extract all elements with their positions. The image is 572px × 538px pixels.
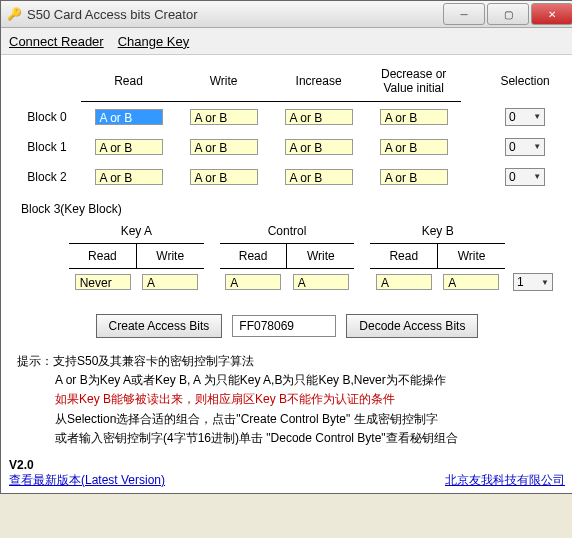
create-access-bits-button[interactable]: Create Access Bits	[96, 314, 223, 338]
table-row: Block 2 A or B A or B A or B A or B 0▼	[13, 162, 561, 192]
ctrl-read-h: Read	[220, 243, 287, 268]
block0-label: Block 0	[13, 102, 81, 132]
keya-write[interactable]: A	[142, 274, 198, 290]
keyb-write[interactable]: A	[443, 274, 499, 290]
chevron-down-icon: ▼	[541, 278, 549, 287]
block1-label: Block 1	[13, 132, 81, 162]
block3-table: Key A Control Key B Read Write Read Writ…	[13, 219, 561, 297]
info-line: A or B为Key A或者Key B, A 为只能Key A,B为只能Key …	[17, 371, 557, 390]
keya-read-h: Read	[69, 243, 136, 268]
close-button[interactable]: ✕	[531, 3, 572, 25]
block1-read[interactable]: A or B	[95, 139, 163, 155]
block0-increase[interactable]: A or B	[285, 109, 353, 125]
block2-write[interactable]: A or B	[190, 169, 258, 185]
col-decrease: Decrease or Value initial	[366, 61, 461, 102]
block2-read[interactable]: A or B	[95, 169, 163, 185]
block0-decrease[interactable]: A or B	[380, 109, 448, 125]
block1-write[interactable]: A or B	[190, 139, 258, 155]
block1-increase[interactable]: A or B	[285, 139, 353, 155]
block1-selection[interactable]: 0▼	[505, 138, 545, 156]
group-control: Control	[220, 219, 355, 244]
group-keyb: Key B	[370, 219, 505, 244]
minimize-button[interactable]: ─	[443, 3, 485, 25]
decode-access-bits-button[interactable]: Decode Access Bits	[346, 314, 478, 338]
chevron-down-icon: ▼	[533, 112, 541, 121]
block3-selection[interactable]: 1▼	[513, 273, 553, 291]
table-row: Block 0 A or B A or B A or B A or B 0▼	[13, 102, 561, 132]
block0-write[interactable]: A or B	[190, 109, 258, 125]
info-line-warning: 如果Key B能够被读出来，则相应扇区Key B不能作为认证的条件	[17, 390, 557, 409]
block2-increase[interactable]: A or B	[285, 169, 353, 185]
info-text: 提示：支持S50及其兼容卡的密钥控制字算法 A or B为Key A或者Key …	[13, 352, 561, 448]
col-write: Write	[176, 61, 271, 102]
keyb-write-h: Write	[438, 243, 505, 268]
chevron-down-icon: ▼	[533, 172, 541, 181]
col-read: Read	[81, 61, 176, 102]
info-line: 或者输入密钥控制字(4字节16进制)单击 "Decode Control Byt…	[17, 429, 557, 448]
block1-decrease[interactable]: A or B	[380, 139, 448, 155]
keya-read[interactable]: Never	[75, 274, 131, 290]
access-bits-field[interactable]: FF078069	[232, 315, 336, 337]
app-window: 🔑 S50 Card Access bits Creator ─ ▢ ✕ Con…	[0, 0, 572, 494]
title-bar: 🔑 S50 Card Access bits Creator ─ ▢ ✕	[1, 1, 572, 28]
group-keya: Key A	[69, 219, 204, 244]
access-table: Read Write Increase Decrease or Value in…	[13, 61, 561, 192]
ctrl-read[interactable]: A	[225, 274, 281, 290]
chevron-down-icon: ▼	[533, 142, 541, 151]
menu-connect-reader[interactable]: Connect Reader	[9, 34, 104, 49]
keyb-read-h: Read	[370, 243, 437, 268]
footer: V2.0 查看最新版本(Latest Version) 北京友我科技有限公司	[1, 456, 572, 493]
company-link[interactable]: 北京友我科技有限公司	[445, 472, 565, 489]
menu-bar: Connect Reader Change Key	[1, 28, 572, 55]
block2-selection[interactable]: 0▼	[505, 168, 545, 186]
col-increase: Increase	[271, 61, 366, 102]
block2-label: Block 2	[13, 162, 81, 192]
app-key-icon: 🔑	[7, 7, 21, 21]
version-label: V2.0	[9, 458, 165, 472]
keyb-read[interactable]: A	[376, 274, 432, 290]
table-row: Block 1 A or B A or B A or B A or B 0▼	[13, 132, 561, 162]
block3-heading: Block 3(Key Block)	[21, 202, 561, 216]
block0-selection[interactable]: 0▼	[505, 108, 545, 126]
block2-decrease[interactable]: A or B	[380, 169, 448, 185]
ctrl-write[interactable]: A	[293, 274, 349, 290]
window-title: S50 Card Access bits Creator	[27, 7, 441, 22]
keya-write-h: Write	[136, 243, 203, 268]
col-selection: Selection	[489, 61, 561, 102]
maximize-button[interactable]: ▢	[487, 3, 529, 25]
block0-read[interactable]: A or B	[95, 109, 163, 125]
menu-change-key[interactable]: Change Key	[118, 34, 190, 49]
info-line: 提示：支持S50及其兼容卡的密钥控制字算法	[17, 352, 557, 371]
ctrl-write-h: Write	[287, 243, 354, 268]
info-line: 从Selection选择合适的组合，点击"Create Control Byte…	[17, 410, 557, 429]
latest-version-link[interactable]: 查看最新版本(Latest Version)	[9, 473, 165, 487]
